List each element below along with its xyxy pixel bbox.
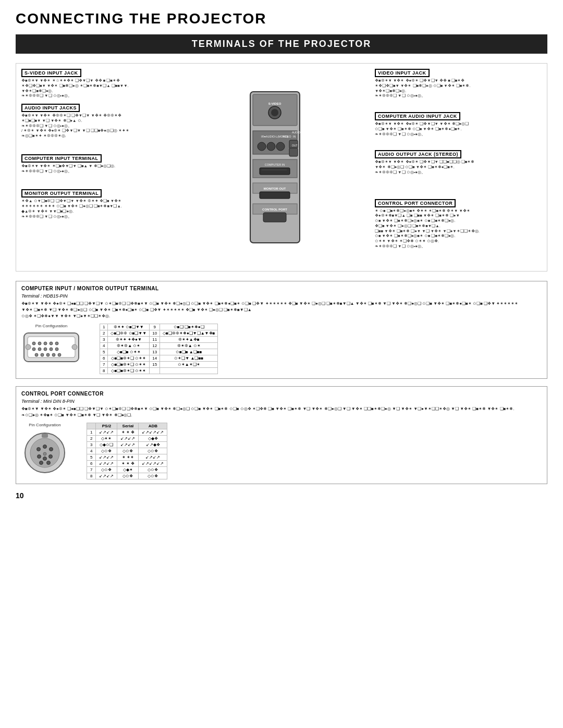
table-row: 7◇✩❖◇◆✶◇✩❖ <box>87 467 167 473</box>
bottom-sections: COMPUTER INPUT / MONITOR OUTPUT TERMINAL… <box>16 281 547 484</box>
svg-point-44 <box>72 344 77 350</box>
control-port-pin-config-area: Pin Configuration <box>21 423 542 479</box>
table-row: 3◇◆✩❑↙↗↙↗↙↗◆❖ <box>87 442 167 448</box>
video-input-label-section: VIDEO INPUT JACK ❖■❊✶▼ ▼❖✶ ❖●❊✶ ❑❖▼❑▼ ❖❖… <box>375 69 542 98</box>
table-row: 5↙↗↙↗✶ ✶✶↙↗↙↗ <box>87 454 167 461</box>
svg-point-50 <box>50 448 53 451</box>
svg-point-51 <box>38 455 41 459</box>
table-row: 8↙↗↙↗◇✩❖◇✩❖ <box>87 473 167 479</box>
center-diagram: S-VIDEO IR●AUDIO-L(MONO) VIDEO AUDIO IN … <box>179 69 371 266</box>
svg-point-8 <box>258 142 266 151</box>
svg-rect-25 <box>289 148 298 156</box>
table-row: 3❊✶✦ ✦❖●▼ 11❊✶✦▲❖■ <box>100 337 218 343</box>
table-row: 8◇■❑■❊✶❑ ✩✶✶ <box>100 368 218 374</box>
svg-point-42 <box>58 353 61 356</box>
svg-point-39 <box>41 353 44 356</box>
svg-text:VIDEO: VIDEO <box>282 135 291 138</box>
computer-audio-input-text: ❖■❊✶▼ ▼❖✶ ❖●❊✶ ❑❖▼❑▼ ▼❖✶ ❅❑●◎❑ ✩❑■ ▼❖✶ ❑… <box>375 121 542 137</box>
audio-output-label-section: AUDIO OUTPUT JACK (STEREO) ❖■❊✶▼ ▼❖✶ ❖●❊… <box>375 150 542 175</box>
left-column: S-VIDEO INPUT JACK ❖■❊✶▼ ▼❖✶ ✶☆✶✦❖✶ ❑❖▼❑… <box>21 69 175 266</box>
computer-pin-config-area: Pin Configuration <box>21 324 542 374</box>
control-port-table: PS/2 Serial ADB 1↙↗↙↗✶ ✶ ❖↙↗↙↗↙↗ 2◇✶✶↙↗↙… <box>87 423 167 479</box>
control-port-section-title: CONTROL PORT CONNECTOR <box>21 391 542 397</box>
right-column: VIDEO INPUT JACK ❖■❊✶▼ ▼❖✶ ❖●❊✶ ❑❖▼❑▼ ❖❖… <box>375 69 542 266</box>
svg-rect-27 <box>28 337 75 357</box>
svg-point-31 <box>50 342 53 345</box>
svg-rect-16 <box>260 168 290 175</box>
computer-pin-table: 1❊✶✦ ✩■❑▼▼ 9✩■❑ ❑■✶❅●❑ 2◇■❑❊❊ ✩■❑▼▼ 10◇■… <box>100 324 218 374</box>
computer-terminal-subtitle: Terminal : HDB15-PIN <box>21 293 542 299</box>
svg-point-4 <box>271 109 278 116</box>
svg-point-34 <box>38 348 41 351</box>
control-port-table-wrapper: PS/2 Serial ADB 1↙↗↙↗✶ ✶ ❖↙↗↙↗↙↗ 2◇✶✶↙↗↙… <box>87 423 167 479</box>
table-row: 5◇■❑■ ✩✶✶ 13✩■❑■ ▲❑■■ <box>100 349 218 355</box>
table-row: 1❊✶✦ ✩■❑▼▼ 9✩■❑ ❑■✶❅●❑ <box>100 324 218 330</box>
control-port-section-subtitle: Terminal : Mini DIN 8-PIN <box>21 399 542 404</box>
control-port-pin-config-label: Pin Configuration <box>21 423 68 427</box>
svg-point-43 <box>26 344 31 350</box>
svg-point-55 <box>47 461 51 465</box>
mini-din-connector-svg <box>21 429 68 476</box>
computer-terminal-title: COMPUTER INPUT / MONITOR OUTPUT TERMINAL <box>21 286 542 291</box>
computer-input-text: ❖■❊✶▼ ▼❖✶ ✶❑■❖▼❑▼ ❑■▲ ▼ ❅❑●◎❑◎. ❧✶❊❊❊❑ ▼… <box>21 164 175 174</box>
svg-point-10 <box>276 142 285 151</box>
computer-pin-table-wrapper: 1❊✶✦ ✩■❑▼▼ 9✩■❑ ❑■✶❅●❑ 2◇■❑❊❊ ✩■❑▼▼ 10◇■… <box>100 324 218 374</box>
svg-point-38 <box>35 353 38 356</box>
table-row: 6↙↗↙↗✶ ✶ ❖↙↗↙↗↙↗ <box>87 461 167 467</box>
control-port-pin-diagram: Pin Configuration <box>21 423 68 477</box>
svg-point-30 <box>44 342 47 345</box>
table-row: 7◇■❑■❊✶❑ ✩✶✶ 15✩✶▲✶❑✶ <box>100 362 218 368</box>
video-input-text: ❖■❊✶▼ ▼❖✶ ❖●❊✶ ❑❖▼❑▼ ❖❖ ■ ❑■✶❖ ✶❖❑❖❑■▼ ▼… <box>375 78 542 98</box>
computer-pin-diagram: Pin Configuration <box>21 324 81 365</box>
computer-pin-config-label: Pin Configuration <box>21 324 81 328</box>
table-row: 1↙↗↙↗✶ ✶ ❖↙↗↙↗↙↗ <box>87 429 167 436</box>
control-port-label-box: CONTROL PORT CONNECTOR <box>375 199 456 207</box>
svg-text:OUT: OUT <box>292 144 298 147</box>
svg-point-32 <box>55 342 58 345</box>
computer-terminal-desc: ❖■❊✶▼ ▼❖✶ ❖●❊✶ ❑●■❑❑ ❑❖▼❑▼ ✩✶❑■❊❑ ❑❖❅■✶▼… <box>21 301 542 319</box>
monitor-output-label-box: MONITOR OUTPUT TERMINAL <box>21 189 102 198</box>
db15-connector-svg <box>21 330 81 364</box>
svg-point-29 <box>38 342 41 345</box>
svg-point-33 <box>32 348 35 351</box>
svg-text:CONTROL PORT: CONTROL PORT <box>262 208 287 211</box>
svg-point-41 <box>52 353 55 356</box>
svg-text:COMPUTER IN: COMPUTER IN <box>265 163 285 166</box>
svg-point-48 <box>37 448 41 451</box>
monitor-output-label-section: MONITOR OUTPUT TERMINAL ✶❖▲ ✩▼❑■❊❑ ❑❖▼❑▼… <box>21 189 175 219</box>
page-title: CONNECTING THE PROJECTOR <box>16 10 547 27</box>
svg-text:AUDIO: AUDIO <box>292 131 300 134</box>
audio-input-label-box: AUDIO INPUT JACKS <box>21 104 80 112</box>
computer-input-label-section: COMPUTER INPUT TERMINAL ❖■❊✶▼ ▼❖✶ ✶❑■❖▼❑… <box>21 154 175 174</box>
video-input-label-box: VIDEO INPUT JACK <box>375 69 430 77</box>
svg-point-36 <box>50 348 53 351</box>
svg-point-35 <box>44 348 47 351</box>
svg-rect-47 <box>42 434 48 438</box>
svg-point-52 <box>43 457 47 461</box>
computer-terminal-section: COMPUTER INPUT / MONITOR OUTPUT TERMINAL… <box>16 281 547 379</box>
control-port-section: CONTROL PORT CONNECTOR Terminal : Mini D… <box>16 386 547 484</box>
main-diagram-area: S-VIDEO INPUT JACK ❖■❊✶▼ ▼❖✶ ✶☆✶✦❖✶ ❑❖▼❑… <box>16 63 547 272</box>
svg-point-56 <box>43 452 46 455</box>
control-port-label-section: CONTROL PORT CONNECTOR ✶ ✩■ ❑■✶❅❑●◎■✶ ❖✦… <box>375 199 542 249</box>
svg-point-37 <box>55 348 58 351</box>
svg-point-9 <box>267 142 275 151</box>
audio-input-label-section: AUDIO INPUT JACKS ❖■❊✶▼ ▼❖✶ ❖❊❊✶❑ ❑❖▼❑▼ … <box>21 104 175 139</box>
svideo-label-box: S-VIDEO INPUT JACK <box>21 69 81 77</box>
monitor-output-text: ✶❖▲ ✩▼❑■❊❑ ❑❖▼❑▼ ▼❖✶ ❊✶✦ ❖❑■ ▼❖✶ ✦✶✶✶✶✶ … <box>21 199 175 219</box>
audio-input-text: ❖■❊✶▼ ▼❖✶ ❖❊❊✶❑ ❑❖▼❑▼ ▼❖✶ ❖❊❊✶❖ ✶❑■❑■▼ ▼… <box>21 113 175 139</box>
svg-rect-20 <box>260 192 290 199</box>
table-row: 4❊✶❊▲ ✩✶ 12❊✶❊▲ ✩✶ <box>100 343 218 349</box>
svg-text:MONITOR OUT: MONITOR OUT <box>264 187 286 190</box>
svideo-text: ❖■❊✶▼ ▼❖✶ ✶☆✶✦❖✶ ❑❖▼❑▼ ❖❖ ■ ❑■✶❖ ✶❖❑❖❑■▼… <box>21 78 175 98</box>
svg-text:IN: IN <box>293 135 296 138</box>
audio-output-label-box: AUDIO OUTPUT JACK (STEREO) <box>375 150 461 158</box>
table-row: PS/2 Serial ADB <box>87 423 167 429</box>
control-port-section-desc: ❖■❊✶▼ ▼❖✶ ❖●❊✶ ❑●■❑❑ ❑❖▼❑▼ ✩✶❑■❊❑ ❑❖❅■✶▼… <box>21 406 542 418</box>
svg-text:S-VIDEO: S-VIDEO <box>268 102 282 105</box>
svg-point-28 <box>32 342 35 345</box>
svg-point-54 <box>40 461 43 465</box>
svg-rect-23 <box>263 213 286 222</box>
audio-output-text: ❖■❊✶▼ ▼❖✶ ❖●❊✶ ❑❖▼❑▼ ❑❑■❑❑◎ ❑■✶❅ ▼❖✶ ❅❑●… <box>375 159 542 175</box>
page-number: 10 <box>16 491 547 500</box>
